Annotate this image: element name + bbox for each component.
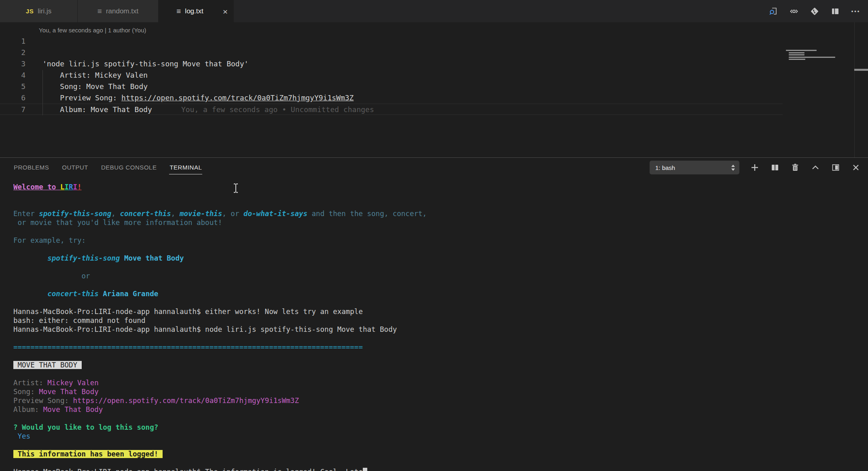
terminal-line: bash: either: command not found: [13, 316, 868, 325]
line-number: 2: [0, 47, 25, 58]
line-number: 3: [0, 58, 25, 70]
tab-log-txt[interactable]: ≡ log.txt ×: [159, 0, 234, 22]
terminal-text: Move That Body: [43, 405, 103, 414]
terminal-text: concert-this: [120, 210, 171, 218]
terminal-text: Hannas-MacBook-Pro:LIRI-node-app hannala…: [13, 308, 363, 316]
search-editor-icon[interactable]: [768, 6, 778, 16]
terminal-text: Move that Body: [124, 254, 184, 262]
terminal-text: ,: [111, 210, 120, 218]
terminal-line: [13, 458, 868, 467]
split-terminal-icon[interactable]: [770, 163, 780, 172]
tab-problems[interactable]: PROBLEMS: [13, 161, 49, 174]
terminal-text: Yes: [13, 432, 30, 440]
tab-random-txt[interactable]: ≡ random.txt: [78, 0, 159, 22]
js-file-icon: JS: [26, 8, 34, 15]
terminal-text: , or: [222, 210, 243, 218]
terminal-text: spotify-this-song: [47, 254, 120, 262]
terminal-text: MOVE THAT BODY: [13, 361, 82, 369]
editor-line[interactable]: 1: [0, 36, 783, 47]
terminal-text: Mickey Valen: [47, 379, 98, 387]
editor-content[interactable]: 123'node liri.js spotify-this-song Move …: [0, 36, 783, 115]
vscode-window: JS liri.js ≡ random.txt ≡ log.txt ×: [0, 0, 868, 471]
more-actions-icon[interactable]: •••: [851, 6, 861, 16]
terminal-line: or: [13, 272, 868, 280]
terminal-line: Hannas-MacBook-Pro:LIRI-node-app hannala…: [13, 467, 868, 471]
terminal-text: Enter: [13, 210, 39, 218]
editor-line[interactable]: 5 Song: Move That Body: [0, 81, 783, 92]
editor-line[interactable]: 7 Album: Move That BodyYou, a few second…: [0, 104, 783, 115]
terminal-text: !: [77, 183, 82, 191]
editor-text: Artist: Mickey Valen: [42, 71, 148, 79]
text-file-icon: ≡: [97, 7, 102, 15]
tabbar-spacer: [234, 0, 768, 22]
terminal-line: [13, 200, 868, 209]
terminal-line: ? Would you like to log this song?: [13, 423, 868, 432]
terminal-line: Enter spotify-this-song, concert-this, m…: [13, 209, 868, 218]
tab-terminal[interactable]: TERMINAL: [169, 161, 202, 174]
tab-liri-js[interactable]: JS liri.js: [0, 0, 78, 22]
split-editor-icon[interactable]: [830, 6, 840, 16]
terminal-text: Hannas-MacBook-Pro:LIRI-node-app hannala…: [13, 325, 397, 333]
indent-guide: [42, 70, 43, 115]
terminal-line: Artist: Mickey Valen: [13, 378, 868, 387]
terminal-line: [13, 441, 868, 450]
terminal-text: bash: either: command not found: [13, 316, 146, 325]
open-preview-icon[interactable]: [789, 6, 799, 16]
terminal-picker-value: 1: bash: [655, 164, 731, 171]
terminal-text: Hannas-MacBook-Pro:LIRI-node-app hannala…: [13, 468, 363, 471]
tab-debug-console[interactable]: DEBUG CONSOLE: [101, 161, 157, 174]
terminal-text: R: [69, 183, 73, 191]
line-number: 7: [0, 104, 25, 115]
editor-line[interactable]: 2: [0, 47, 783, 58]
terminal-text: movie-this: [180, 210, 222, 218]
terminal-line: [13, 245, 868, 254]
terminal-line: [13, 280, 868, 289]
kill-terminal-icon[interactable]: [790, 163, 800, 172]
line-number: 4: [0, 70, 25, 81]
overview-ruler-marker: [854, 69, 868, 71]
editor-actions: •••: [768, 0, 868, 22]
terminal-text: [120, 254, 124, 262]
terminal-line: This information has been logged!: [13, 450, 868, 458]
new-terminal-icon[interactable]: [750, 163, 760, 172]
terminal-line: Welcome to LIRI!: [13, 182, 868, 191]
codelens-annotation[interactable]: You, a few seconds ago | 1 author (You): [39, 25, 868, 36]
terminal-text: or: [13, 272, 90, 280]
terminal-line: [13, 263, 868, 272]
close-panel-icon[interactable]: [851, 163, 861, 172]
editor-pane[interactable]: You, a few seconds ago | 1 author (You) …: [0, 22, 868, 157]
minimap-line: [789, 52, 804, 53]
line-number: 1: [0, 36, 25, 47]
terminal-text: Preview Song:: [13, 397, 73, 405]
terminal-picker[interactable]: 1: bash: [650, 161, 739, 174]
move-panel-icon[interactable]: [831, 163, 840, 172]
minimap-line: [789, 57, 835, 58]
git-compare-icon[interactable]: [810, 6, 819, 16]
text-file-icon: ≡: [176, 7, 181, 15]
tab-label: random.txt: [106, 7, 138, 15]
maximize-panel-icon[interactable]: [811, 163, 820, 172]
terminal-text: Welcome to: [13, 183, 60, 191]
panel-tabs: PROBLEMS OUTPUT DEBUG CONSOLE TERMINAL: [13, 161, 202, 174]
editor-line[interactable]: 6 Preview Song: https://open.spotify.com…: [0, 92, 783, 104]
terminal-line: Hannas-MacBook-Pro:LIRI-node-app hannala…: [13, 307, 868, 316]
tab-output[interactable]: OUTPUT: [61, 161, 89, 174]
terminal-line: [13, 369, 868, 378]
editor-line[interactable]: 3'node liri.js spotify-this-song Move th…: [0, 58, 783, 70]
terminal-line: Song: Move That Body: [13, 387, 868, 396]
terminal-text: L: [60, 183, 65, 191]
terminal-text: [13, 254, 47, 262]
editor-line[interactable]: 4 Artist: Mickey Valen: [0, 70, 783, 81]
terminal-text: Song:: [13, 388, 39, 396]
terminal-line: [13, 334, 868, 343]
terminal-line: Preview Song: https://open.spotify.com/t…: [13, 396, 868, 405]
minimap[interactable]: [786, 41, 851, 154]
terminal-line: ========================================…: [13, 343, 868, 352]
close-tab-icon[interactable]: ×: [223, 7, 228, 15]
editor-text: Preview Song:: [42, 93, 121, 102]
minimap-line: [789, 54, 804, 55]
terminal-text: Album:: [13, 405, 43, 414]
terminal-output[interactable]: Welcome to LIRI! Enter spotify-this-song…: [0, 177, 868, 471]
editor-link[interactable]: https://open.spotify.com/track/0a0TiZm7h…: [121, 93, 354, 102]
terminal-text: concert-this: [47, 290, 98, 298]
